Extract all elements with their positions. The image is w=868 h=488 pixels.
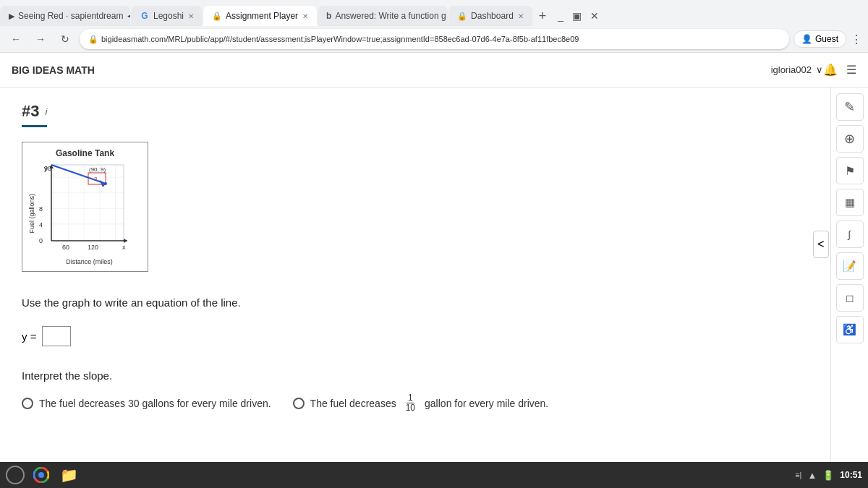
- guest-icon: 👤: [801, 34, 812, 44]
- tab-label-4: Answered: Write a function g: [335, 11, 446, 21]
- equation-input[interactable]: [42, 326, 71, 346]
- equation-prefix: y =: [22, 330, 36, 343]
- lock-icon: 🔒: [88, 35, 98, 44]
- close-icon[interactable]: ✕: [590, 10, 599, 22]
- tab-favicon-5: 🔒: [457, 11, 467, 21]
- svg-text:90: 90: [44, 165, 51, 172]
- back-button[interactable]: ←: [6, 29, 26, 49]
- address-bar[interactable]: 🔒 bigideasmath.com/MRL/public/app/#/stud…: [80, 29, 789, 49]
- svg-text:60: 60: [62, 244, 69, 251]
- calculator-icon-btn[interactable]: ▦: [836, 189, 864, 216]
- radio-label-2-suffix: gallon for every mile driven.: [425, 398, 548, 409]
- reference-icon-btn[interactable]: ◻: [836, 284, 864, 312]
- svg-point-17: [104, 182, 107, 185]
- battery-icon: 🔋: [822, 470, 834, 481]
- svg-text:x: x: [122, 244, 126, 251]
- header-icons: 🔔 ☰: [823, 63, 856, 77]
- fraction-denominator: 10: [404, 403, 417, 413]
- guest-label: Guest: [815, 34, 838, 44]
- graph-container: Gasoline Tank Fuel (gallons): [22, 142, 148, 272]
- tab-label-2: Legoshi: [153, 11, 184, 21]
- time-display: 10:51: [840, 470, 862, 480]
- username: igloria002: [771, 64, 812, 75]
- tab-favicon-2: G: [140, 11, 150, 21]
- user-chevron-icon: ∨: [816, 64, 823, 75]
- hamburger-menu-icon[interactable]: ☰: [846, 63, 856, 77]
- fraction-display: 1 10: [404, 393, 417, 413]
- window-controls: _ ▣ ✕: [558, 10, 599, 22]
- graph-svg: 0 4 8 y 60 120 x 90: [37, 161, 131, 255]
- tab-label-1: Seeing Red · sapientdream ◄: [18, 11, 130, 21]
- status-icon: ≡|: [795, 471, 801, 479]
- svg-text:4: 4: [39, 221, 43, 228]
- tab-favicon-3: 🔒: [212, 11, 222, 21]
- right-sidebar: ✎ ⊕ ⚑ ▦ ∫ 📝 ◻ ♿: [830, 87, 868, 463]
- radio-options: The fuel decreases 30 gallons for every …: [22, 393, 809, 413]
- chrome-icon[interactable]: [30, 464, 52, 486]
- fraction-numerator: 1: [407, 393, 414, 403]
- tab-label-3: Assignment Player: [226, 11, 298, 21]
- accessibility-icon-btn[interactable]: ♿: [836, 316, 864, 343]
- files-icon[interactable]: 📁: [58, 464, 80, 486]
- feedback-icon-btn[interactable]: ✎: [836, 93, 864, 121]
- url-text: bigideasmath.com/MRL/public/app/#/studen…: [101, 35, 579, 43]
- radio-circle-2[interactable]: [293, 398, 305, 409]
- tab-seeing-red[interactable]: ▶ Seeing Red · sapientdream ◄ ✕: [0, 6, 130, 26]
- svg-marker-3: [124, 239, 127, 243]
- tab-bar: ▶ Seeing Red · sapientdream ◄ ✕ G Legosh…: [0, 0, 868, 26]
- restore-icon[interactable]: ▣: [572, 10, 582, 22]
- question-area: #3 i Gasoline Tank Fuel (gallons): [0, 87, 830, 463]
- circle-empty-btn[interactable]: [6, 466, 25, 484]
- x-axis-label: Distance (miles): [37, 258, 142, 265]
- browser-controls: ← → ↻ 🔒 bigideasmath.com/MRL/public/app/…: [0, 26, 868, 52]
- tab-favicon-1: ▶: [9, 11, 14, 21]
- question-instruction: Use the graph to write an equation of th…: [22, 289, 809, 309]
- svg-text:3: 3: [94, 176, 98, 182]
- radio-label-1: The fuel decreases 30 gallons for every …: [39, 398, 271, 409]
- tab-dashboard[interactable]: 🔒 Dashboard ✕: [448, 6, 532, 26]
- tab-legoshi[interactable]: G Legoshi ✕: [131, 6, 203, 26]
- notepad-icon-btn[interactable]: 📝: [836, 252, 864, 280]
- forward-button[interactable]: →: [30, 29, 51, 49]
- collapse-panel-button[interactable]: <: [813, 231, 829, 258]
- interpret-label: Interpret the slope.: [22, 369, 809, 382]
- radio-label-2-prefix: The fuel decreases: [310, 398, 396, 409]
- svg-text:(90, 9): (90, 9): [89, 166, 106, 173]
- flag-icon-btn[interactable]: ⚑: [836, 157, 864, 184]
- radio-option-1[interactable]: The fuel decreases 30 gallons for every …: [22, 393, 271, 413]
- tab-assignment-player[interactable]: 🔒 Assignment Player ✕: [203, 6, 317, 26]
- tab-close-3[interactable]: ✕: [302, 12, 308, 20]
- equation-line: y =: [22, 326, 809, 346]
- radio-option-2[interactable]: The fuel decreases 1 10 gallon for every…: [293, 393, 549, 413]
- browser-menu-button[interactable]: ⋮: [851, 33, 862, 46]
- app-title: BIG IDEAS MATH: [12, 64, 771, 76]
- user-menu[interactable]: igloria002 ∨: [771, 64, 823, 75]
- svg-text:120: 120: [88, 244, 98, 251]
- tab-close-5[interactable]: ✕: [518, 12, 524, 20]
- y-axis-label: Fuel (gallons): [28, 194, 35, 234]
- wifi-icon: ▲: [807, 470, 817, 481]
- new-tab-button[interactable]: +: [533, 9, 553, 24]
- svg-text:8: 8: [39, 205, 43, 213]
- guest-button[interactable]: 👤 Guest: [793, 30, 846, 48]
- minimize-icon[interactable]: _: [558, 10, 563, 22]
- svg-point-20: [38, 472, 44, 478]
- tab-label-5: Dashboard: [471, 11, 514, 21]
- zoom-icon-btn[interactable]: ⊕: [836, 125, 864, 153]
- taskbar: 📁 ≡| ▲ 🔋 10:51: [0, 462, 868, 488]
- radio-circle-1[interactable]: [22, 398, 33, 409]
- app-header: BIG IDEAS MATH igloria002 ∨ 🔔 ☰: [0, 53, 868, 87]
- refresh-button[interactable]: ↻: [55, 29, 75, 49]
- tab-favicon-4: b: [326, 11, 331, 21]
- graph-title: Gasoline Tank: [28, 148, 142, 158]
- tab-answered[interactable]: b Answered: Write a function g ✕: [318, 6, 448, 26]
- question-number: #3: [22, 102, 39, 121]
- formula-icon-btn[interactable]: ∫: [836, 221, 864, 248]
- svg-text:0: 0: [39, 237, 43, 244]
- chevron-left-icon: <: [817, 238, 824, 251]
- svg-rect-0: [51, 165, 124, 241]
- question-info-icon[interactable]: i: [45, 106, 47, 117]
- notification-bell-icon[interactable]: 🔔: [823, 63, 838, 77]
- tab-close-2[interactable]: ✕: [188, 12, 194, 20]
- main-content: #3 i Gasoline Tank Fuel (gallons): [0, 87, 868, 463]
